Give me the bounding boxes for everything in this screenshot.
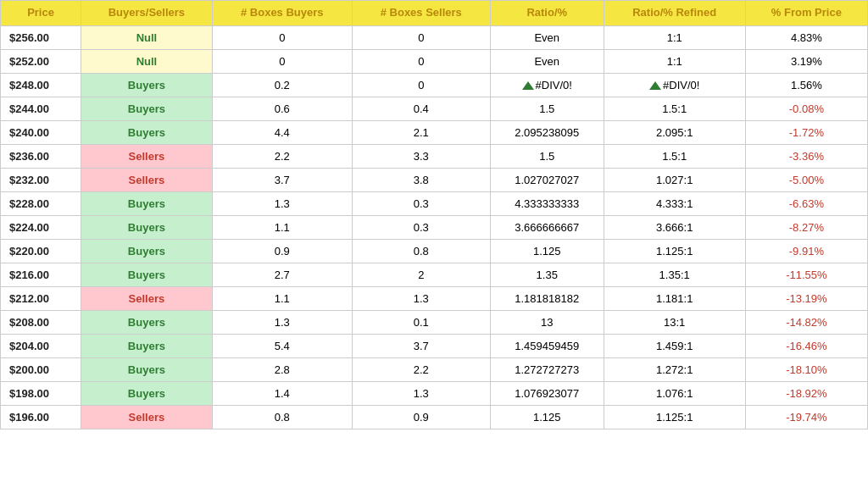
box-buyers-cell: 2.2 [212, 144, 352, 168]
from-price-cell: -0.08% [745, 97, 867, 120]
box-buyers-cell: 0.6 [212, 97, 352, 120]
box-sellers-cell: 0.8 [352, 239, 490, 263]
box-buyers-cell: 0 [212, 25, 352, 49]
buyers-sellers-label: Buyers [128, 387, 165, 400]
buyers-sellers-label: Buyers [128, 79, 165, 91]
table-row: $216.00Buyers2.721.351.35:1-11.55% [1, 263, 868, 286]
table-row: $208.00Buyers1.30.11313:1-14.82% [1, 310, 868, 334]
ratio-cell: 3.666666667 [490, 215, 604, 239]
from-price-cell: 4.83% [745, 25, 867, 49]
buyers-sellers-label: Buyers [128, 340, 165, 352]
triangle-icon [649, 81, 661, 90]
ratio-refined-cell: 1.5:1 [604, 97, 745, 120]
buyers-sellers-label: Buyers [128, 363, 165, 376]
box-buyers-cell: 4.4 [212, 120, 352, 144]
table-row: $198.00Buyers1.41.31.0769230771.076:1-18… [1, 381, 868, 405]
table-row: $204.00Buyers5.43.71.4594594591.459:1-16… [1, 334, 868, 357]
ratio-refined-cell: 1:1 [604, 49, 745, 73]
buyers-sellers-cell: Buyers [81, 120, 213, 144]
box-sellers-cell: 0.3 [352, 215, 490, 239]
buyers-sellers-label: Sellers [129, 150, 165, 163]
buyers-sellers-label: Null [136, 31, 158, 44]
from-price-cell: -6.63% [745, 191, 867, 215]
ratio-refined-cell: #DIV/0! [604, 73, 745, 97]
ratio-refined-cell: 1.125:1 [604, 405, 745, 429]
box-sellers-cell: 0.4 [352, 97, 490, 120]
ratio-cell: 2.095238095 [490, 120, 604, 144]
price-cell: $228.00 [1, 191, 81, 215]
ratio-cell: 1.35 [490, 263, 604, 286]
box-buyers-cell: 1.1 [212, 286, 352, 310]
buyers-sellers-cell: Buyers [81, 381, 213, 405]
price-cell: $240.00 [1, 120, 81, 144]
header-row: Price Buyers/Sellers # Boxes Buyers # Bo… [1, 1, 868, 26]
box-sellers-cell: 0 [352, 73, 490, 97]
from-price-cell: -16.46% [745, 334, 867, 357]
box-sellers-cell: 2 [352, 263, 490, 286]
box-sellers-cell: 1.3 [352, 381, 490, 405]
price-cell: $204.00 [1, 334, 81, 357]
buyers-sellers-cell: Buyers [81, 215, 213, 239]
table-row: $220.00Buyers0.90.81.1251.125:1-9.91% [1, 239, 868, 263]
box-buyers-cell: 0.9 [212, 239, 352, 263]
buyers-sellers-label: Sellers [129, 292, 165, 305]
box-buyers-cell: 1.3 [212, 310, 352, 334]
price-cell: $196.00 [1, 405, 81, 429]
buyers-sellers-label: Buyers [128, 126, 165, 139]
buyers-sellers-cell: Buyers [81, 357, 213, 381]
box-sellers-cell: 3.3 [352, 144, 490, 168]
buyers-sellers-label: Buyers [128, 221, 165, 234]
buyers-sellers-cell: Null [81, 25, 213, 49]
from-price-cell: -11.55% [745, 263, 867, 286]
box-buyers-cell: 2.8 [212, 357, 352, 381]
price-cell: $200.00 [1, 357, 81, 381]
from-price-cell: -5.00% [745, 168, 867, 191]
table-row: $256.00Null00Even1:14.83% [1, 25, 868, 49]
box-buyers-cell: 1.1 [212, 215, 352, 239]
col-header-ratio: Ratio/% [490, 1, 604, 26]
ratio-refined-cell: 2.095:1 [604, 120, 745, 144]
ratio-cell: 1.076923077 [490, 381, 604, 405]
buyers-sellers-label: Buyers [128, 269, 165, 281]
box-buyers-cell: 1.3 [212, 191, 352, 215]
price-cell: $212.00 [1, 286, 81, 310]
ratio-cell: 1.5 [490, 97, 604, 120]
box-buyers-cell: 1.4 [212, 381, 352, 405]
buyers-sellers-cell: Buyers [81, 191, 213, 215]
table-row: $240.00Buyers4.42.12.0952380952.095:1-1.… [1, 120, 868, 144]
box-sellers-cell: 0 [352, 25, 490, 49]
from-price-cell: -19.74% [745, 405, 867, 429]
ratio-refined-cell: 3.666:1 [604, 215, 745, 239]
ratio-refined-cell: 1:1 [604, 25, 745, 49]
table-row: $200.00Buyers2.82.21.2727272731.272:1-18… [1, 357, 868, 381]
from-price-cell: -3.36% [745, 144, 867, 168]
ratio-refined-cell: 1.027:1 [604, 168, 745, 191]
buyers-sellers-cell: Buyers [81, 73, 213, 97]
from-price-cell: 1.56% [745, 73, 867, 97]
box-sellers-cell: 0.3 [352, 191, 490, 215]
buyers-sellers-label: Null [136, 55, 158, 68]
col-header-boxes-buyers: # Boxes Buyers [212, 1, 352, 26]
from-price-cell: -9.91% [745, 239, 867, 263]
price-cell: $252.00 [1, 49, 81, 73]
price-cell: $208.00 [1, 310, 81, 334]
buyers-sellers-cell: Sellers [81, 405, 213, 429]
ratio-refined-cell: 1.5:1 [604, 144, 745, 168]
buyers-sellers-cell: Sellers [81, 168, 213, 191]
box-sellers-cell: 2.2 [352, 357, 490, 381]
table-row: $248.00Buyers0.20#DIV/0!#DIV/0!1.56% [1, 73, 868, 97]
ratio-refined-cell: 4.333:1 [604, 191, 745, 215]
box-sellers-cell: 0 [352, 49, 490, 73]
buyers-sellers-cell: Null [81, 49, 213, 73]
box-buyers-cell: 0.8 [212, 405, 352, 429]
ratio-cell: 4.333333333 [490, 191, 604, 215]
from-price-cell: -8.27% [745, 215, 867, 239]
ratio-cell: 13 [490, 310, 604, 334]
ratio-refined-cell: 1.125:1 [604, 239, 745, 263]
table-row: $224.00Buyers1.10.33.6666666673.666:1-8.… [1, 215, 868, 239]
buyers-sellers-label: Buyers [128, 316, 165, 329]
from-price-cell: -18.10% [745, 357, 867, 381]
buyers-sellers-label: Buyers [128, 245, 165, 258]
ratio-cell: 1.272727273 [490, 357, 604, 381]
box-sellers-cell: 0.1 [352, 310, 490, 334]
